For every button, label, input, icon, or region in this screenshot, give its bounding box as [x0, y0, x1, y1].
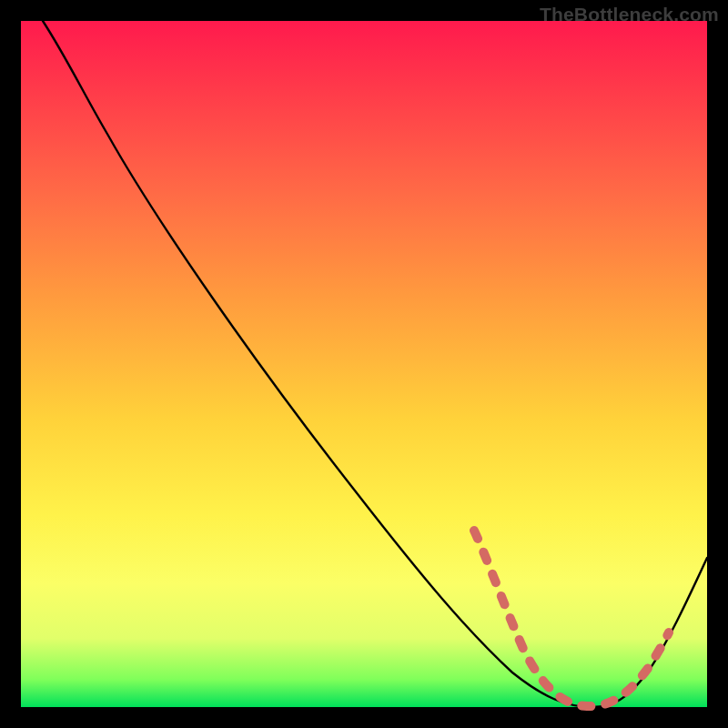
plot-area: [21, 21, 707, 707]
chart-frame: TheBottleneck.com: [0, 0, 728, 728]
dashed-marker-segment: [474, 531, 669, 706]
watermark-text: TheBottleneck.com: [540, 4, 719, 25]
curve-layer: [21, 21, 707, 707]
bottleneck-curve: [43, 21, 707, 707]
